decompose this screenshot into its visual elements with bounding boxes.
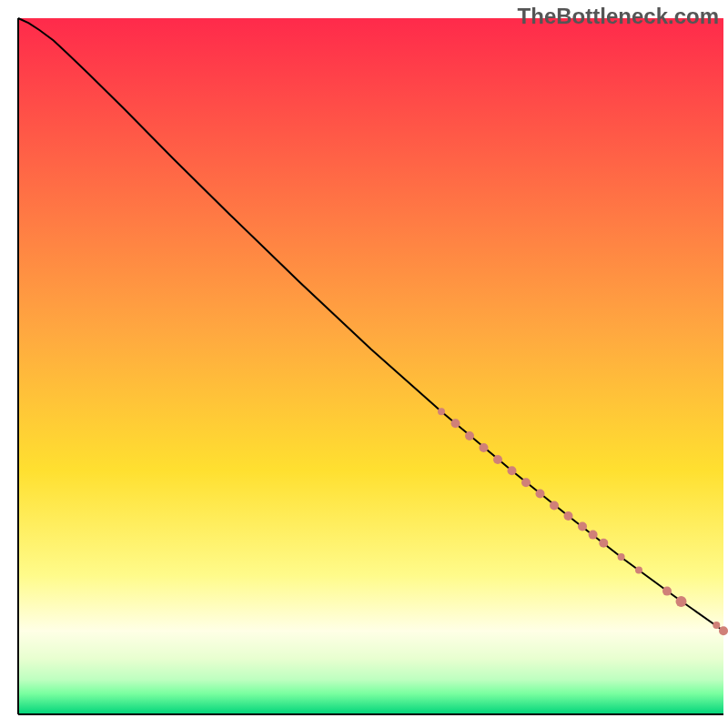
marker-point <box>465 431 474 440</box>
marker-point <box>564 511 573 521</box>
marker-point <box>536 490 545 499</box>
marker-point <box>676 596 687 607</box>
marker-point <box>578 522 587 531</box>
watermark-label: TheBottleneck.com <box>518 4 719 29</box>
marker-point <box>550 501 559 511</box>
plot-background <box>18 18 723 714</box>
marker-point <box>599 539 608 548</box>
marker-point <box>438 408 445 415</box>
chart-svg <box>0 0 728 728</box>
marker-point <box>508 466 517 475</box>
chart-frame: TheBottleneck.com <box>0 0 728 728</box>
marker-point <box>618 553 625 561</box>
marker-point <box>521 478 531 487</box>
marker-point <box>493 455 502 464</box>
marker-point <box>662 587 672 596</box>
marker-point <box>635 567 642 574</box>
marker-point <box>713 622 720 629</box>
marker-point <box>589 531 598 540</box>
marker-point <box>719 626 728 635</box>
marker-point <box>451 419 460 428</box>
marker-point <box>480 443 489 452</box>
